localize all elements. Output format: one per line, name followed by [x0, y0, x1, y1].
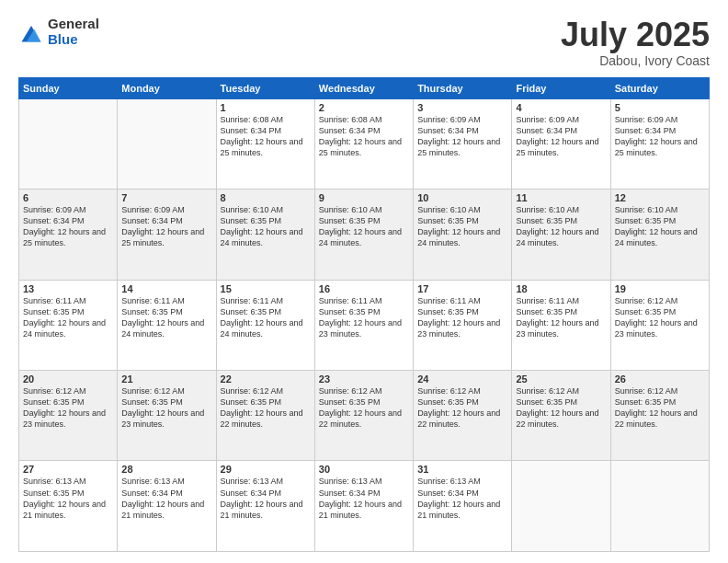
col-tuesday: Tuesday	[216, 77, 314, 98]
day-info: Sunrise: 6:12 AM Sunset: 6:35 PM Dayligh…	[615, 295, 705, 340]
day-number: 11	[516, 192, 606, 203]
day-number: 14	[121, 283, 211, 294]
day-info: Sunrise: 6:13 AM Sunset: 6:34 PM Dayligh…	[121, 476, 211, 521]
table-row: 6Sunrise: 6:09 AM Sunset: 6:34 PM Daylig…	[19, 190, 118, 280]
logo-general: General	[48, 17, 99, 32]
col-friday: Friday	[512, 77, 610, 98]
day-info: Sunrise: 6:11 AM Sunset: 6:35 PM Dayligh…	[516, 295, 606, 340]
day-number: 31	[417, 464, 507, 475]
table-row: 24Sunrise: 6:12 AM Sunset: 6:35 PM Dayli…	[414, 371, 512, 461]
day-number: 3	[417, 102, 507, 113]
day-info: Sunrise: 6:09 AM Sunset: 6:34 PM Dayligh…	[615, 114, 705, 159]
table-row: 22Sunrise: 6:12 AM Sunset: 6:35 PM Dayli…	[216, 371, 314, 461]
day-number: 1	[221, 102, 311, 113]
day-info: Sunrise: 6:13 AM Sunset: 6:34 PM Dayligh…	[221, 476, 311, 521]
col-wednesday: Wednesday	[314, 77, 413, 98]
table-row: 27Sunrise: 6:13 AM Sunset: 6:35 PM Dayli…	[19, 461, 118, 552]
day-number: 6	[23, 192, 113, 203]
day-info: Sunrise: 6:09 AM Sunset: 6:34 PM Dayligh…	[417, 114, 507, 159]
header: General Blue July 2025 Dabou, Ivory Coas…	[18, 17, 710, 68]
logo-icon	[18, 19, 44, 45]
day-number: 24	[417, 373, 507, 385]
day-number: 28	[121, 464, 211, 475]
logo-text: General Blue	[48, 17, 99, 47]
table-row	[19, 98, 118, 189]
day-info: Sunrise: 6:12 AM Sunset: 6:35 PM Dayligh…	[121, 385, 211, 431]
day-number: 29	[221, 464, 311, 475]
table-row: 15Sunrise: 6:11 AM Sunset: 6:35 PM Dayli…	[216, 280, 314, 370]
day-number: 15	[221, 283, 311, 294]
table-row: 14Sunrise: 6:11 AM Sunset: 6:35 PM Dayli…	[118, 280, 216, 370]
table-row: 26Sunrise: 6:12 AM Sunset: 6:35 PM Dayli…	[610, 371, 709, 461]
table-row: 13Sunrise: 6:11 AM Sunset: 6:35 PM Dayli…	[19, 280, 118, 370]
table-row: 20Sunrise: 6:12 AM Sunset: 6:35 PM Dayli…	[19, 371, 118, 461]
day-number: 2	[319, 102, 409, 113]
table-row: 7Sunrise: 6:09 AM Sunset: 6:34 PM Daylig…	[118, 190, 216, 280]
table-row: 30Sunrise: 6:13 AM Sunset: 6:34 PM Dayli…	[314, 461, 413, 552]
logo-blue: Blue	[48, 32, 99, 48]
table-row	[512, 461, 610, 552]
table-row: 21Sunrise: 6:12 AM Sunset: 6:35 PM Dayli…	[118, 371, 216, 461]
col-saturday: Saturday	[610, 77, 709, 98]
day-info: Sunrise: 6:13 AM Sunset: 6:34 PM Dayligh…	[417, 476, 507, 521]
day-info: Sunrise: 6:10 AM Sunset: 6:35 PM Dayligh…	[319, 204, 409, 249]
table-row	[118, 98, 216, 189]
day-info: Sunrise: 6:11 AM Sunset: 6:35 PM Dayligh…	[121, 295, 211, 340]
day-info: Sunrise: 6:12 AM Sunset: 6:35 PM Dayligh…	[319, 385, 409, 431]
table-row: 28Sunrise: 6:13 AM Sunset: 6:34 PM Dayli…	[118, 461, 216, 552]
table-row: 1Sunrise: 6:08 AM Sunset: 6:34 PM Daylig…	[216, 98, 314, 189]
day-number: 18	[516, 283, 606, 294]
day-number: 12	[615, 192, 705, 203]
day-number: 8	[221, 192, 311, 203]
table-row	[610, 461, 709, 552]
day-info: Sunrise: 6:08 AM Sunset: 6:34 PM Dayligh…	[319, 114, 409, 159]
table-row: 25Sunrise: 6:12 AM Sunset: 6:35 PM Dayli…	[512, 371, 610, 461]
day-number: 23	[319, 373, 409, 385]
table-row: 23Sunrise: 6:12 AM Sunset: 6:35 PM Dayli…	[314, 371, 413, 461]
day-number: 9	[319, 192, 409, 203]
day-number: 17	[417, 283, 507, 294]
page: General Blue July 2025 Dabou, Ivory Coas…	[0, 0, 728, 563]
col-monday: Monday	[118, 77, 216, 98]
day-info: Sunrise: 6:10 AM Sunset: 6:35 PM Dayligh…	[516, 204, 606, 249]
col-thursday: Thursday	[414, 77, 512, 98]
table-row: 17Sunrise: 6:11 AM Sunset: 6:35 PM Dayli…	[414, 280, 512, 370]
subtitle: Dabou, Ivory Coast	[561, 53, 710, 68]
table-row: 12Sunrise: 6:10 AM Sunset: 6:35 PM Dayli…	[610, 190, 709, 280]
calendar-week-row: 13Sunrise: 6:11 AM Sunset: 6:35 PM Dayli…	[19, 280, 710, 370]
day-info: Sunrise: 6:13 AM Sunset: 6:34 PM Dayligh…	[319, 476, 409, 521]
day-number: 27	[23, 464, 113, 475]
day-number: 20	[23, 373, 113, 385]
table-row: 11Sunrise: 6:10 AM Sunset: 6:35 PM Dayli…	[512, 190, 610, 280]
calendar-week-row: 20Sunrise: 6:12 AM Sunset: 6:35 PM Dayli…	[19, 371, 710, 461]
day-info: Sunrise: 6:09 AM Sunset: 6:34 PM Dayligh…	[516, 114, 606, 159]
table-row: 18Sunrise: 6:11 AM Sunset: 6:35 PM Dayli…	[512, 280, 610, 370]
day-number: 16	[319, 283, 409, 294]
table-row: 31Sunrise: 6:13 AM Sunset: 6:34 PM Dayli…	[414, 461, 512, 552]
table-row: 3Sunrise: 6:09 AM Sunset: 6:34 PM Daylig…	[414, 98, 512, 189]
day-info: Sunrise: 6:13 AM Sunset: 6:35 PM Dayligh…	[23, 476, 113, 521]
day-info: Sunrise: 6:10 AM Sunset: 6:35 PM Dayligh…	[615, 204, 705, 249]
day-number: 26	[615, 373, 705, 385]
table-row: 10Sunrise: 6:10 AM Sunset: 6:35 PM Dayli…	[414, 190, 512, 280]
day-number: 19	[615, 283, 705, 294]
calendar-table: Sunday Monday Tuesday Wednesday Thursday…	[18, 77, 710, 552]
calendar-week-row: 27Sunrise: 6:13 AM Sunset: 6:35 PM Dayli…	[19, 461, 710, 552]
day-info: Sunrise: 6:12 AM Sunset: 6:35 PM Dayligh…	[417, 385, 507, 431]
day-info: Sunrise: 6:11 AM Sunset: 6:35 PM Dayligh…	[319, 295, 409, 340]
day-number: 13	[23, 283, 113, 294]
day-info: Sunrise: 6:11 AM Sunset: 6:35 PM Dayligh…	[417, 295, 507, 340]
day-info: Sunrise: 6:10 AM Sunset: 6:35 PM Dayligh…	[221, 204, 311, 249]
day-number: 22	[221, 373, 311, 385]
day-info: Sunrise: 6:12 AM Sunset: 6:35 PM Dayligh…	[23, 385, 113, 431]
day-info: Sunrise: 6:11 AM Sunset: 6:35 PM Dayligh…	[221, 295, 311, 340]
table-row: 8Sunrise: 6:10 AM Sunset: 6:35 PM Daylig…	[216, 190, 314, 280]
table-row: 9Sunrise: 6:10 AM Sunset: 6:35 PM Daylig…	[314, 190, 413, 280]
day-number: 21	[121, 373, 211, 385]
title-block: July 2025 Dabou, Ivory Coast	[561, 17, 710, 68]
day-number: 30	[319, 464, 409, 475]
table-row: 4Sunrise: 6:09 AM Sunset: 6:34 PM Daylig…	[512, 98, 610, 189]
day-info: Sunrise: 6:08 AM Sunset: 6:34 PM Dayligh…	[221, 114, 311, 159]
day-number: 25	[516, 373, 606, 385]
day-info: Sunrise: 6:12 AM Sunset: 6:35 PM Dayligh…	[516, 385, 606, 431]
